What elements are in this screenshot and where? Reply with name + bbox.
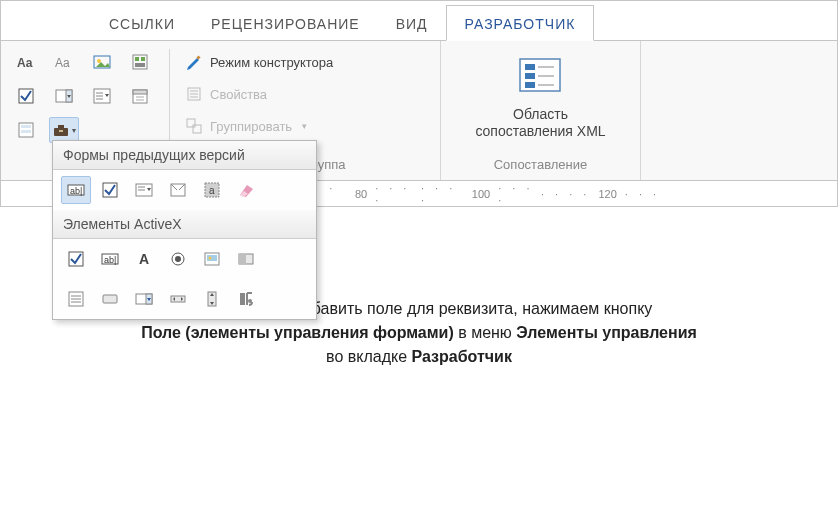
caption-t2: в меню	[454, 324, 517, 341]
ax-image-button[interactable]	[197, 245, 227, 273]
xml-mapping-button[interactable]: Область сопоставления XML	[475, 49, 605, 140]
picture-control-icon[interactable]	[87, 49, 117, 75]
svg-point-3	[97, 59, 101, 63]
ax-option-button[interactable]	[163, 245, 193, 273]
caption-b2: Элементы управления	[516, 324, 697, 341]
tab-developer[interactable]: РАЗРАБОТЧИК	[446, 5, 595, 41]
ax-combobox-button[interactable]	[129, 285, 159, 313]
svg-rect-5	[135, 57, 139, 61]
legacy-reset-button[interactable]	[231, 176, 261, 204]
svg-rect-24	[59, 130, 63, 132]
ax-more-controls-button[interactable]	[231, 285, 261, 313]
properties-button[interactable]: Свойства	[180, 81, 430, 107]
svg-rect-35	[525, 82, 535, 88]
ax-listbox-button[interactable]	[61, 285, 91, 313]
properties-label: Свойства	[210, 87, 267, 102]
legacy-shading-button[interactable]: a	[197, 176, 227, 204]
chevron-down-icon: ▾	[302, 121, 307, 131]
xml-structure-icon	[475, 55, 605, 98]
tab-links[interactable]: ССЫЛКИ	[91, 6, 193, 40]
xml-mapping-group: Область сопоставления XML Сопоставление	[441, 41, 641, 180]
svg-text:A: A	[139, 251, 149, 267]
dropdown-list-control-icon[interactable]	[87, 83, 117, 109]
properties-icon	[184, 85, 204, 103]
building-block-control-icon[interactable]	[125, 49, 155, 75]
svg-text:Aa: Aa	[17, 56, 33, 70]
app-window: ССЫЛКИ РЕЦЕНЗИРОВАНИЕ ВИД РАЗРАБОТЧИК Aa…	[0, 0, 838, 207]
legacy-forms-header: Формы предыдущих версий	[53, 141, 316, 170]
svg-text:a: a	[209, 185, 215, 196]
plain-text-control-icon[interactable]: Aa	[49, 49, 79, 75]
activex-header: Элементы ActiveX	[53, 210, 316, 239]
design-mode-button[interactable]: Режим конструктора	[180, 49, 430, 75]
ax-textbox-button[interactable]: ab|	[95, 245, 125, 273]
svg-rect-7	[135, 63, 145, 67]
group-icon	[184, 117, 204, 135]
svg-rect-21	[21, 130, 31, 133]
legacy-text-field-button[interactable]: ab|	[61, 176, 91, 204]
xml-map-label-2: сопоставления XML	[475, 123, 605, 139]
caption-t3: во вкладке	[326, 348, 411, 365]
svg-rect-30	[187, 119, 195, 127]
tab-view[interactable]: ВИД	[378, 6, 446, 40]
rich-text-control-icon[interactable]: Aa	[11, 49, 41, 75]
svg-rect-16	[133, 90, 147, 94]
svg-point-55	[175, 256, 181, 262]
legacy-checkbox-button[interactable]	[95, 176, 125, 204]
ax-label-button[interactable]: A	[129, 245, 159, 273]
caption-b1: Поле (элементы управления формами)	[141, 324, 454, 341]
tab-review[interactable]: РЕЦЕНЗИРОВАНИЕ	[193, 6, 378, 40]
ax-scrollbar-button[interactable]	[163, 285, 193, 313]
ax-command-button[interactable]	[95, 285, 125, 313]
svg-rect-31	[193, 125, 201, 133]
caption-b3: Разработчик	[412, 348, 512, 365]
svg-text:ab|: ab|	[104, 255, 116, 265]
ax-toggle-button[interactable]	[231, 245, 261, 273]
svg-rect-20	[21, 125, 31, 128]
svg-line-46	[171, 184, 177, 190]
ruler-100: 100	[472, 188, 490, 200]
svg-rect-70	[240, 293, 245, 305]
svg-rect-34	[525, 73, 535, 79]
legacy-tools-dropdown: Формы предыдущих версий ab| a Элементы A…	[52, 140, 317, 320]
legacy-frame-button[interactable]	[163, 176, 193, 204]
svg-line-47	[179, 184, 185, 190]
svg-rect-60	[239, 254, 246, 264]
xml-group-label: Сопоставление	[494, 157, 588, 176]
design-mode-icon	[184, 53, 204, 71]
xml-map-label-1: Область	[513, 106, 568, 122]
svg-rect-33	[525, 64, 535, 70]
svg-rect-6	[141, 57, 145, 61]
ribbon-tabs: ССЫЛКИ РЕЦЕНЗИРОВАНИЕ ВИД РАЗРАБОТЧИК	[1, 1, 837, 41]
svg-point-71	[248, 299, 252, 303]
svg-rect-65	[103, 295, 117, 303]
ax-spin-button[interactable]	[197, 285, 227, 313]
group-button[interactable]: Группировать ▾	[180, 113, 430, 139]
legacy-dropdown-button[interactable]	[129, 176, 159, 204]
svg-text:ab|: ab|	[70, 186, 82, 196]
combobox-control-icon[interactable]	[49, 83, 79, 109]
group-button-label: Группировать	[210, 119, 292, 134]
ruler-120: 120	[598, 188, 616, 200]
date-picker-control-icon[interactable]	[125, 83, 155, 109]
svg-text:Aa: Aa	[55, 56, 70, 70]
activex-row2	[53, 279, 316, 319]
legacy-forms-row: ab| a	[53, 170, 316, 210]
repeating-section-control-icon[interactable]	[11, 117, 41, 143]
ruler-80: 80	[355, 188, 367, 200]
checkbox-control-icon[interactable]	[11, 83, 41, 109]
ax-checkbox-button[interactable]	[61, 245, 91, 273]
svg-point-58	[209, 257, 212, 260]
activex-row1: ab| A	[53, 239, 316, 279]
svg-rect-23	[58, 125, 64, 128]
controls-grid: Aa Aa	[11, 49, 159, 147]
design-mode-label: Режим конструктора	[210, 55, 333, 70]
